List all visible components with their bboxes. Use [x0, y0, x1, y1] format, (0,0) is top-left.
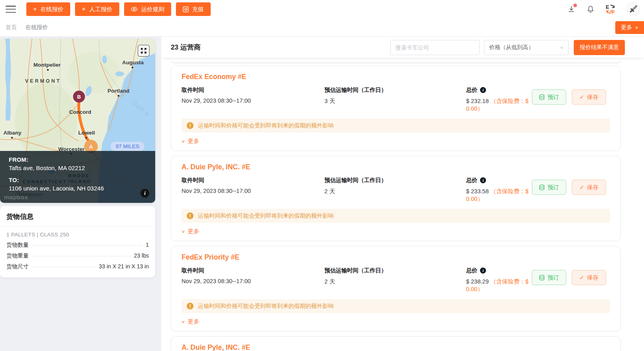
- from-address: Tafts ave, Boston, MA 02212: [9, 165, 146, 171]
- download-icon[interactable]: [567, 4, 576, 14]
- more-button[interactable]: 更多 ∨: [615, 21, 644, 34]
- svg-text:E: E: [606, 4, 609, 10]
- map-label: Augusta: [122, 59, 144, 65]
- carrier-card: A. Duie Pyle, INC. #E 取件时间 Nov 29, 2023 …: [171, 336, 621, 351]
- eye-icon: [131, 7, 138, 12]
- notification-dot: [573, 4, 577, 7]
- expand-more-link[interactable]: ∨ 更多: [182, 137, 199, 145]
- breadcrumb-home[interactable]: 首页: [6, 24, 17, 31]
- carrier-card: A. Duie Pyle, INC. #E 取件时间 Nov 29, 2023 …: [171, 156, 621, 241]
- database-icon: [539, 275, 545, 281]
- scrolled-card-edge: [171, 60, 621, 63]
- breadcrumb-current: 在线报价: [26, 24, 48, 31]
- pickup-label: 取件时间: [182, 176, 324, 184]
- save-button[interactable]: ✓ 保存: [572, 270, 606, 285]
- warning-icon: !: [187, 122, 194, 129]
- pickup-label: 取件时间: [182, 267, 324, 274]
- recharge-button[interactable]: 充值: [176, 2, 211, 16]
- price-value: $ 238.29: [466, 278, 489, 285]
- total-label: 总价: [466, 267, 477, 274]
- save-button[interactable]: ✓ 保存: [572, 180, 606, 195]
- cargo-row-quantity: 货物数量 1: [6, 242, 149, 249]
- map-label: VERMONT: [25, 78, 61, 84]
- to-label: TO:: [9, 177, 146, 183]
- total-label: 总价: [466, 176, 477, 184]
- map-label: Albany: [3, 130, 22, 136]
- transit-label: 预估运输时间（工作日）: [324, 176, 466, 184]
- user-avatar[interactable]: [626, 2, 640, 16]
- rate-rules-button[interactable]: 运价规则: [124, 2, 171, 16]
- carrier-name[interactable]: A. Duie Pyle, INC. #E: [182, 163, 610, 171]
- transit-value: 3 天: [324, 97, 466, 105]
- to-address: 1106 union ave, Laconia, NH 03246: [9, 185, 146, 192]
- transit-label: 预估运输时间（工作日）: [324, 267, 466, 274]
- left-panel: Montpelier VERMONT Augusta Portland Conc…: [0, 39, 155, 278]
- cargo-row-weight: 货物重量 23 lbs: [6, 252, 149, 260]
- save-button[interactable]: ✓ 保存: [572, 89, 606, 105]
- cargo-title: 货物信息: [0, 206, 155, 227]
- holiday-warning: ! 运输时间和价格可能会受到即将到来的假期的额外影响: [182, 119, 610, 133]
- sword-icon: [628, 4, 638, 14]
- map-attribution-info-icon[interactable]: i: [140, 189, 149, 198]
- pickup-value: Nov 29, 2023 08:30--17:00: [182, 278, 324, 284]
- carrier-name[interactable]: FedEx Priority #E: [182, 253, 610, 262]
- map-label: Montpelier: [34, 62, 61, 68]
- recharge-icon: [183, 6, 189, 12]
- price-value: $ 233.58: [466, 188, 489, 194]
- navbar-right-icons: E 中: [567, 0, 640, 18]
- distance-badge: 97 MILES: [111, 142, 144, 151]
- expand-more-link[interactable]: ∨ 更多: [182, 228, 199, 235]
- expand-more-link[interactable]: ∨ 更多: [182, 318, 199, 325]
- mapbox-logo: mapbox: [4, 194, 28, 200]
- transit-value: 2 天: [324, 278, 466, 286]
- warning-icon: !: [187, 212, 194, 219]
- check-icon: ✓: [579, 184, 584, 190]
- carrier-list[interactable]: FedEx Economy #E 取件时间 Nov 29, 2023 08:30…: [161, 58, 644, 351]
- carrier-card: FedEx Economy #E 取件时间 Nov 29, 2023 08:30…: [171, 65, 621, 151]
- manual-quote-button[interactable]: + 人工报价: [75, 2, 119, 16]
- carrier-card: FedEx Priority #E 取件时间 Nov 29, 2023 08:3…: [171, 246, 621, 331]
- holiday-warning: ! 运输时间和价格可能会受到即将到来的假期的额外影响: [182, 209, 610, 223]
- quote-dissatisfied-button[interactable]: 报价结果不满意: [574, 40, 625, 55]
- book-button[interactable]: 预订: [532, 270, 566, 285]
- svg-text:中: 中: [610, 9, 615, 14]
- map-label: Lowell: [78, 130, 95, 136]
- chevron-down-icon: ∨: [635, 25, 638, 30]
- top-navbar: + 在线报价 + 人工报价 运价规则 充值 E 中: [0, 0, 644, 18]
- plus-icon: +: [82, 6, 85, 12]
- check-icon: ✓: [579, 94, 584, 100]
- carrier-count-title: 23 运营商: [171, 43, 201, 52]
- price-info-icon[interactable]: i: [480, 177, 486, 183]
- online-quote-button[interactable]: + 在线报价: [26, 2, 70, 16]
- pickup-label: 取件时间: [182, 86, 324, 94]
- cargo-info-panel: 货物信息 1 PALLETS | CLASS 250 货物数量 1 货物重量 2…: [0, 206, 155, 278]
- check-icon: ✓: [579, 274, 584, 281]
- chevron-down-icon: ∨: [182, 229, 185, 234]
- plus-icon: +: [33, 6, 37, 12]
- book-button[interactable]: 预订: [532, 180, 566, 195]
- transit-label: 预估运输时间（工作日）: [324, 86, 466, 94]
- holiday-warning: ! 运输时间和价格可能会受到即将到来的假期的额外影响: [182, 299, 610, 313]
- carrier-name[interactable]: FedEx Economy #E: [182, 73, 610, 81]
- map-label: Portland: [108, 88, 130, 94]
- transit-value: 2 天: [324, 188, 466, 195]
- route-map[interactable]: Montpelier VERMONT Augusta Portland Conc…: [0, 39, 155, 203]
- map-fullscreen-icon[interactable]: [138, 45, 150, 57]
- pickup-value: Nov 29, 2023 08:30--17:00: [182, 97, 324, 104]
- database-icon: [539, 184, 545, 190]
- map-label: Concord: [69, 109, 91, 115]
- svg-text:B: B: [77, 94, 81, 100]
- chevron-down-icon: ∨: [182, 319, 185, 324]
- breadcrumb: 首页 在线报价 更多 ∨: [0, 18, 644, 37]
- quotes-panel: 23 运营商 价格（从低到高） ∨ 报价结果不满意 FedEx Economy …: [161, 37, 644, 351]
- price-info-icon[interactable]: i: [480, 268, 486, 274]
- search-input[interactable]: [390, 40, 480, 55]
- price-info-icon[interactable]: i: [480, 87, 486, 93]
- bell-icon[interactable]: [586, 4, 595, 14]
- book-button[interactable]: 预订: [532, 89, 566, 105]
- sort-select[interactable]: 价格（从低到高） ∨: [484, 40, 569, 55]
- svg-text:A: A: [89, 144, 93, 150]
- hamburger-menu-icon[interactable]: [6, 6, 16, 13]
- translate-icon[interactable]: E 中: [605, 4, 617, 14]
- carrier-name[interactable]: A. Duie Pyle, INC. #E: [182, 343, 610, 351]
